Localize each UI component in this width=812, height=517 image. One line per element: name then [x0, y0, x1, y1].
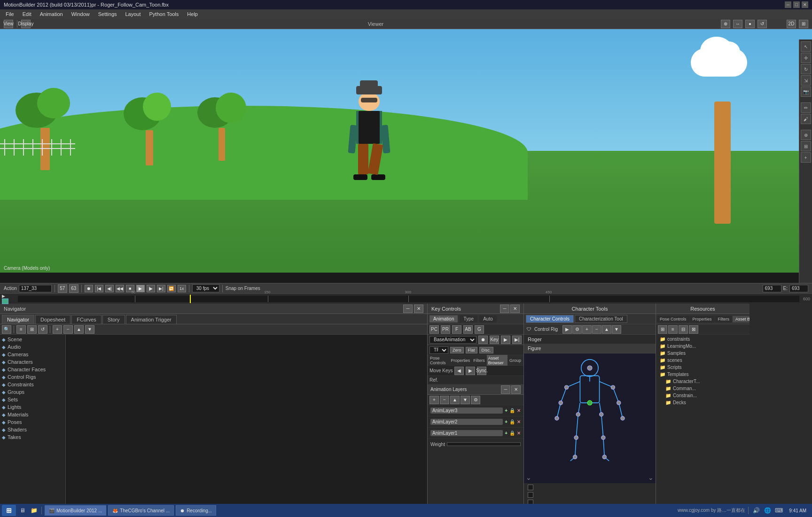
tree-item-constraints[interactable]: ◆Constraints — [0, 381, 65, 388]
anim-layer-2-del[interactable]: ✕ — [517, 419, 521, 424]
kc-tab-auto[interactable]: Auto — [479, 315, 497, 322]
toolbar-icon-2[interactable]: ↔ — [733, 20, 742, 28]
res-tab-filters[interactable]: Filters — [715, 316, 733, 322]
tab-animation-trigger[interactable]: Animation Trigger — [126, 315, 177, 324]
nav-del[interactable]: − — [63, 325, 73, 334]
skeleton-expand-left[interactable]: ⌄ — [526, 474, 531, 481]
res-btn-1[interactable]: ⊞ — [658, 325, 667, 334]
res-item-scenes[interactable]: 📁 scenes — [656, 357, 750, 364]
skeleton-expand-right[interactable]: ⌄ — [648, 474, 654, 481]
toolbar-icon-5[interactable]: 2D — [787, 20, 796, 28]
vtool-paint[interactable]: 🖌 — [801, 114, 811, 124]
anim-layer-3-lock[interactable]: 🔒 — [509, 408, 515, 413]
kc-key-icon[interactable]: ⏺ — [478, 336, 488, 344]
ct-tab-character-controls[interactable]: Character Controls — [526, 315, 574, 323]
anim-move-up[interactable]: ▲ — [450, 396, 460, 404]
res-tab-pose[interactable]: Pose Controls — [657, 316, 689, 322]
tree-item-audio[interactable]: ◆Audio — [0, 343, 65, 351]
res-item-constraints[interactable]: 📁 constraints — [656, 336, 750, 343]
menu-python-tools[interactable]: Python Tools — [146, 10, 183, 18]
vtool-zoom[interactable]: ⊕ — [801, 130, 811, 140]
menu-file[interactable]: File — [2, 10, 18, 18]
tray-icon-2[interactable]: 🌐 — [763, 506, 772, 515]
move-keys-btn1[interactable]: ◀ — [454, 367, 464, 375]
tray-icon-1[interactable]: 🔊 — [751, 506, 761, 515]
toolbar-icon-4[interactable]: ↺ — [757, 20, 767, 28]
quicklaunch-folder[interactable]: 📁 — [29, 506, 39, 515]
res-item-samples[interactable]: 📁 Samples — [656, 350, 750, 357]
tree-item-control-rigs[interactable]: ◆Control Rigs — [0, 373, 65, 381]
kc-tab-animation[interactable]: Animation — [429, 315, 458, 322]
nav-close[interactable]: ✕ — [414, 305, 423, 313]
res-item-constrain[interactable]: 📁 Constrain... — [656, 392, 750, 399]
res-item-learning[interactable]: 📁 LearningMo... — [656, 343, 750, 350]
tree-item-characters[interactable]: ◆Characters — [0, 358, 65, 366]
menu-animation[interactable]: Animation — [36, 10, 67, 18]
res-btn-3[interactable]: ⊟ — [679, 325, 688, 334]
start-button[interactable]: ⊞ — [2, 505, 16, 516]
kc-subtab-props[interactable]: Properties — [449, 357, 471, 364]
nav-up[interactable]: ▲ — [74, 325, 84, 334]
anim-move-down[interactable]: ▼ — [461, 396, 470, 404]
kc-zero-btn[interactable]: Zero — [450, 347, 464, 353]
res-item-comman[interactable]: 📁 Comman... — [656, 385, 750, 392]
tree-item-groups[interactable]: ◆Groups — [0, 388, 65, 396]
nav-down[interactable]: ▼ — [85, 325, 94, 334]
record-btn[interactable]: ⏺ — [85, 285, 93, 292]
res-item-scripts[interactable]: 📁 Scripts — [656, 364, 750, 371]
kc-close[interactable]: ✕ — [510, 305, 520, 313]
ct-checkbox-1[interactable] — [528, 485, 533, 490]
res-item-chara-t[interactable]: 📁 CharacterT... — [656, 378, 750, 385]
taskbar-motionbuilder[interactable]: 🎬 MotionBuilder 2012 ... — [45, 505, 106, 516]
kc-subtab-asset[interactable]: Asset Browser — [487, 355, 508, 366]
res-btn-4[interactable]: ⊠ — [689, 325, 698, 334]
goto-start-btn[interactable]: |◀ — [95, 285, 103, 292]
anim-layer-1-lock[interactable]: 🔒 — [509, 431, 515, 436]
move-keys-btn2[interactable]: ▶ — [466, 367, 475, 375]
vtool-select[interactable]: ↖ — [801, 41, 811, 52]
ct-icon-2[interactable]: ⚙ — [572, 325, 582, 334]
kc-properties[interactable]: PR — [441, 325, 450, 334]
end-frame-input[interactable] — [763, 285, 781, 292]
taskbar-recording[interactable]: ⏺ Recording... — [176, 505, 216, 516]
tree-item-lights[interactable]: ◆Lights — [0, 403, 65, 411]
kc-tab-type[interactable]: Type — [460, 315, 477, 322]
res-item-templates[interactable]: 📁 Templates — [656, 371, 750, 378]
view-button[interactable]: View — [4, 20, 13, 28]
tree-item-cameras[interactable]: ◆Cameras — [0, 351, 65, 358]
fps-select[interactable]: 30 fps 24 fps 60 fps — [192, 284, 219, 292]
menu-settings[interactable]: Settings — [94, 10, 121, 18]
menu-help[interactable]: Help — [183, 10, 202, 18]
kc-group[interactable]: G — [475, 325, 484, 334]
nav-list-view[interactable]: ≡ — [16, 325, 26, 334]
anim-add-layer[interactable]: + — [429, 396, 439, 404]
tree-item-char-faces[interactable]: ◆Character Faces — [0, 366, 65, 373]
close-button[interactable]: ✕ — [802, 1, 808, 8]
kc-disc-btn[interactable]: Disc. — [479, 347, 493, 353]
res-item-decks[interactable]: 📁 Decks — [656, 399, 750, 406]
nav-detail-view[interactable]: ⊞ — [27, 325, 37, 334]
vtool-plus[interactable]: + — [801, 152, 811, 163]
tab-dopesheet[interactable]: Dopesheet — [35, 315, 70, 324]
e-value-input[interactable] — [789, 285, 808, 292]
anim-settings[interactable]: ⚙ — [471, 396, 480, 404]
kc-filters[interactable]: F — [452, 325, 461, 334]
key-sel-btn[interactable]: 57 — [58, 284, 67, 293]
display-button[interactable]: Display — [21, 20, 31, 28]
maximize-button[interactable]: □ — [793, 1, 800, 8]
vtool-move[interactable]: ✛ — [801, 53, 811, 63]
tree-item-takes[interactable]: ◆Takes — [0, 433, 65, 441]
minimize-button[interactable]: ─ — [785, 1, 791, 8]
tray-icon-3[interactable]: ⌨ — [774, 506, 783, 515]
ct-icon-5[interactable]: ▲ — [602, 325, 611, 334]
kc-subtab-filters[interactable]: Filters — [472, 357, 486, 364]
sync-btn[interactable]: Sync. — [477, 367, 486, 375]
anim-layers-close[interactable]: ✕ — [511, 385, 521, 394]
play-btn[interactable]: ▶ — [136, 285, 145, 292]
taskbar-browser[interactable]: 🦊 TheCGBro's Channel ... — [108, 505, 174, 516]
anim-layer-3-add[interactable]: + — [505, 408, 508, 413]
speed-btn[interactable]: 1x — [178, 285, 186, 292]
timeline-track[interactable]: 50 150 300 450 — [18, 296, 799, 302]
next-key-btn[interactable]: |▶ — [147, 285, 155, 292]
goto-end-btn[interactable]: ▶| — [157, 285, 165, 292]
